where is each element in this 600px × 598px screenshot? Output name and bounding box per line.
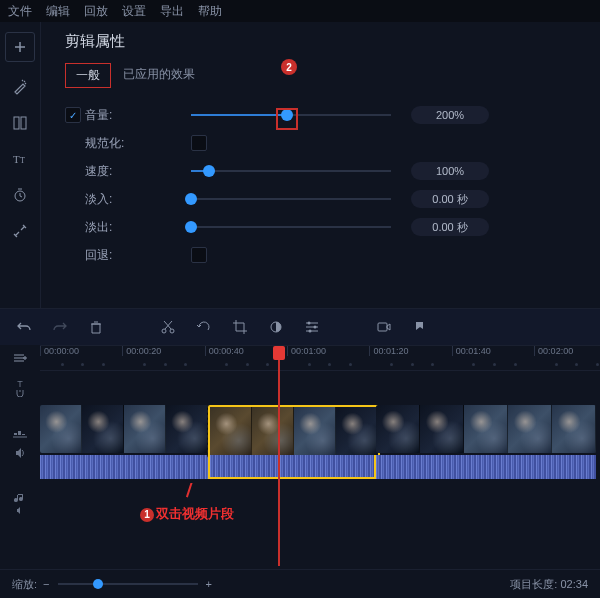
menu-settings[interactable]: 设置	[122, 3, 146, 20]
speed-label: 速度:	[85, 163, 135, 180]
text-track[interactable]	[40, 371, 600, 405]
music-track-icon	[0, 483, 40, 523]
video-track[interactable]	[40, 405, 600, 483]
marker-button[interactable]	[410, 317, 430, 337]
add-media-button[interactable]	[5, 32, 35, 62]
timer-icon[interactable]	[9, 184, 31, 206]
menu-bar: 文件 编辑 回放 设置 导出 帮助	[0, 0, 600, 22]
music-track-row: 1双击视频片段	[0, 483, 600, 523]
record-button[interactable]	[374, 317, 394, 337]
zoom-out-icon[interactable]: −	[43, 578, 49, 590]
svg-point-5	[162, 329, 166, 333]
speed-slider[interactable]	[191, 170, 391, 172]
ruler-tick: 00:00:20	[122, 346, 161, 356]
zoom-slider[interactable]	[58, 583, 198, 585]
ruler-tick: 00:02:00	[534, 346, 573, 356]
fadeout-label: 淡出:	[85, 219, 135, 236]
project-length: 项目长度: 02:34	[510, 577, 588, 592]
video-track-row	[0, 405, 600, 483]
timeline-toolbar	[0, 308, 600, 345]
tools-icon[interactable]	[9, 220, 31, 242]
ruler-tick: 00:00:40	[205, 346, 244, 356]
svg-text:T: T	[13, 153, 20, 165]
reverse-checkbox[interactable]	[191, 247, 207, 263]
row-volume: 音量: 200%	[65, 102, 580, 128]
zoom-label: 缩放:	[12, 577, 37, 592]
tab-applied-effects[interactable]: 已应用的效果	[113, 63, 205, 88]
row-fadeout: 淡出: 0.00 秒	[65, 214, 580, 240]
text-track-row: T	[0, 371, 600, 405]
text-tool-icon[interactable]: TT	[9, 148, 31, 170]
video-clip-3[interactable]	[376, 405, 596, 453]
audio-wave-3	[376, 455, 596, 479]
menu-export[interactable]: 导出	[160, 3, 184, 20]
tool-sidebar: TT	[0, 22, 41, 308]
zoom-in-icon[interactable]: +	[206, 578, 212, 590]
timeline-ruler[interactable]: 00:00:0000:00:2000:00:4000:01:0000:01:20…	[40, 345, 600, 371]
settings-button[interactable]	[302, 317, 322, 337]
row-fadein: 淡入: 0.00 秒	[65, 186, 580, 212]
svg-point-6	[170, 329, 174, 333]
video-track-icon	[0, 405, 40, 483]
volume-value[interactable]: 200%	[411, 106, 489, 124]
svg-text:T: T	[20, 156, 25, 165]
svg-point-9	[314, 326, 317, 329]
color-adjust-button[interactable]	[266, 317, 286, 337]
volume-checkbox[interactable]	[65, 107, 81, 123]
normalize-checkbox[interactable]	[191, 135, 207, 151]
volume-slider[interactable]	[191, 114, 391, 116]
fadeout-value[interactable]: 0.00 秒	[411, 218, 489, 236]
svg-rect-12	[14, 433, 17, 435]
ruler-tick: 00:01:00	[287, 346, 326, 356]
ruler-tick: 00:01:40	[452, 346, 491, 356]
playhead[interactable]	[278, 346, 280, 566]
crop-button[interactable]	[230, 317, 250, 337]
annotation-marker-2: 2	[281, 59, 297, 75]
audio-wave-2	[208, 455, 376, 479]
row-reverse: 回退:	[65, 242, 580, 268]
rotate-button[interactable]	[194, 317, 214, 337]
annotation-arrow	[186, 483, 212, 497]
panel-tabs: 一般 已应用的效果 2	[65, 63, 580, 88]
svg-rect-14	[22, 434, 25, 435]
row-normalize: 规范化:	[65, 130, 580, 156]
delete-button[interactable]	[86, 317, 106, 337]
fadein-label: 淡入:	[85, 191, 135, 208]
svg-rect-13	[18, 431, 21, 435]
annotation-marker-1: 1	[140, 508, 154, 522]
svg-point-10	[309, 330, 312, 333]
magic-wand-icon[interactable]	[9, 76, 31, 98]
speed-value[interactable]: 100%	[411, 162, 489, 180]
layout-icon[interactable]	[9, 112, 31, 134]
text-track-icon: T	[0, 371, 40, 405]
fadeout-slider[interactable]	[191, 226, 391, 228]
undo-button[interactable]	[14, 317, 34, 337]
svg-rect-11	[378, 323, 387, 331]
add-track-button[interactable]	[0, 345, 40, 371]
audio-wave-1	[40, 455, 208, 479]
menu-file[interactable]: 文件	[8, 3, 32, 20]
svg-point-8	[308, 322, 311, 325]
reverse-label: 回退:	[85, 247, 135, 264]
menu-edit[interactable]: 编辑	[46, 3, 70, 20]
normalize-label: 规范化:	[85, 135, 135, 152]
clip-properties-panel: 剪辑属性 一般 已应用的效果 2 音量: 200% 规范化: 速度: 100% …	[41, 22, 600, 308]
tab-general[interactable]: 一般	[65, 63, 111, 88]
annotation-text: 1双击视频片段	[140, 505, 234, 523]
cut-button[interactable]	[158, 317, 178, 337]
svg-rect-0	[14, 117, 19, 129]
video-clip-2-selected[interactable]	[208, 405, 380, 457]
video-clip-1[interactable]	[40, 405, 208, 453]
redo-button[interactable]	[50, 317, 70, 337]
menu-playback[interactable]: 回放	[84, 3, 108, 20]
ruler-tick: 00:00:00	[40, 346, 79, 356]
timeline-ruler-row: 00:00:0000:00:2000:00:4000:01:0000:01:20…	[0, 345, 600, 371]
svg-rect-1	[21, 117, 26, 129]
fadein-slider[interactable]	[191, 198, 391, 200]
menu-help[interactable]: 帮助	[198, 3, 222, 20]
volume-label: 音量:	[85, 107, 135, 124]
music-track[interactable]: 1双击视频片段	[40, 483, 600, 523]
panel-title: 剪辑属性	[65, 32, 580, 51]
row-speed: 速度: 100%	[65, 158, 580, 184]
fadein-value[interactable]: 0.00 秒	[411, 190, 489, 208]
